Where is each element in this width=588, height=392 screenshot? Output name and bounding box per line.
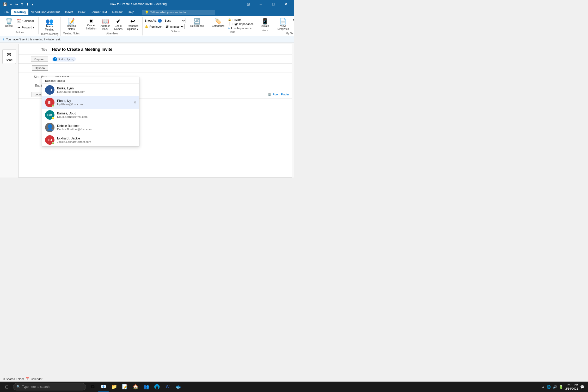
forward-button[interactable]: → Forward ▾ <box>15 24 36 30</box>
reminder-select[interactable]: 15 minutes 5 minutes 30 minutes 1 hour <box>164 24 185 29</box>
ribbon-group-actions: 🗑️ Delete 📅 Calendar → Forward ▾ Actions <box>1 17 39 34</box>
text-cursor <box>52 66 52 70</box>
optional-row: Optional <box>19 64 292 72</box>
title-label: Title <box>19 48 50 51</box>
ebner-avatar: EI <box>45 98 54 107</box>
restore-down-icon[interactable]: ⊡ <box>242 0 254 8</box>
calendar-button[interactable]: 📅 Calendar <box>15 18 36 24</box>
up-icon[interactable]: ⬆ <box>20 2 24 7</box>
minimize-icon[interactable]: ─ <box>255 0 267 8</box>
ebner-close-icon[interactable]: ✕ <box>133 100 137 105</box>
required-button[interactable]: Required <box>31 57 48 62</box>
window-controls[interactable]: ⊡ ─ □ ✕ <box>242 0 292 8</box>
meeting-notes-button[interactable]: 📝 MeetingNotes <box>65 18 78 32</box>
low-importance-icon: ⬇ <box>228 26 230 30</box>
menu-draw[interactable]: Draw <box>75 9 88 15</box>
burke-name: Burke, Lynn; <box>58 58 74 61</box>
menu-help[interactable]: Help <box>125 9 137 15</box>
high-importance-button[interactable]: ❕ High Importance <box>227 22 255 26</box>
person-item-ebner[interactable]: EI Ebner, Ivy Ivy.Ebner@fnst.com ✕ <box>42 96 139 109</box>
search-hint[interactable]: Tell me what you want to do <box>150 11 186 14</box>
save-icon[interactable]: 💾 <box>2 2 8 7</box>
person-item-barnes[interactable]: BD Barnes, Doug Doug.Barnes@fnst.com <box>42 109 139 121</box>
busy-color-icon: 🔵 <box>158 19 162 23</box>
buettner-email: Debbie.Buettner@fnst.com <box>57 128 136 131</box>
down-icon[interactable]: ⬇ <box>25 2 30 7</box>
delete-button[interactable]: 🗑️ Delete <box>3 18 15 28</box>
room-finder-icon: 🏢 <box>268 93 271 96</box>
reminder-icon: 🔔 <box>145 25 148 28</box>
teams-meeting-button[interactable]: 👥 TeamsMeeting <box>43 18 56 32</box>
barnes-email: Doug.Barnes@fnst.com <box>57 115 136 118</box>
dictate-button[interactable]: 📱 Dictate <box>259 18 271 28</box>
more-qat-icon[interactable]: ▾ <box>31 2 34 7</box>
tags-label: Tags <box>230 30 235 34</box>
categorize-button[interactable]: 🏷️ Categorize <box>210 18 226 28</box>
burke-avatar-large: LB <box>45 85 54 95</box>
required-value: LB Burke, Lynn; <box>50 56 292 63</box>
high-importance-label: High Importance <box>232 22 254 26</box>
info-message: You haven't sent this meeting invitation… <box>6 38 61 41</box>
barnes-avatar: BD <box>45 110 54 120</box>
person-item-eckhardt[interactable]: EJ Eckhardt, Jackie Jackie.Eckhardt@fnst… <box>42 134 139 146</box>
view-templates-button[interactable]: 📄 ViewTemplates <box>275 18 291 32</box>
menu-scheduling[interactable]: Scheduling Assistant <box>28 9 63 15</box>
my-templates-button[interactable]: My Templates <box>291 18 294 23</box>
title-bar: 💾 ↩ ↪ ⬆ ⬇ ▾ How to Create a Meeting Invi… <box>0 0 294 8</box>
check-names-button[interactable]: ✔ CheckNames <box>112 18 124 32</box>
categorize-icon: 🏷️ <box>215 19 222 24</box>
ribbon: 🗑️ Delete 📅 Calendar → Forward ▾ Actions <box>0 16 294 36</box>
voice-label: Voice <box>262 29 268 32</box>
barnes-status-dot <box>52 117 54 119</box>
optional-button[interactable]: Optional <box>32 65 48 71</box>
send-button[interactable]: ✉ Send <box>2 49 16 64</box>
view-templates-icon: 📄 <box>279 19 286 24</box>
close-icon[interactable]: ✕ <box>280 0 292 8</box>
undo-icon[interactable]: ↩ <box>9 2 13 7</box>
recurrence-icon: 🔄 <box>193 19 200 24</box>
ebner-display-name: Ebner, Ivy <box>57 99 136 103</box>
quick-access-toolbar[interactable]: 💾 ↩ ↪ ⬆ ⬇ ▾ <box>2 2 34 7</box>
people-dropdown: Recent People LB Burke, Lynn Lynn.Burke@… <box>42 77 139 146</box>
teams-icon: 👥 <box>46 19 53 25</box>
reminder-row: 🔔 Reminder: 15 minutes 5 minutes 30 minu… <box>145 24 186 29</box>
address-book-button[interactable]: 📖 AddressBook <box>99 18 112 32</box>
person-item-burke[interactable]: LB Burke, Lynn Lynn.Burke@fnst.com <box>42 84 139 96</box>
redo-icon[interactable]: ↪ <box>14 2 19 7</box>
menu-format-text[interactable]: Format Text <box>88 9 109 15</box>
buettner-info: Debbie Buettner Debbie.Buettner@fnst.com <box>57 124 136 131</box>
ribbon-group-voice: 📱 Dictate Voice <box>257 17 273 32</box>
dictate-icon: 📱 <box>261 19 268 24</box>
recurrence-button[interactable]: 🔄 Recurrence <box>188 18 206 28</box>
barnes-display-name: Barnes, Doug <box>57 112 136 115</box>
low-importance-button[interactable]: ⬇ Low Importance <box>227 26 255 30</box>
lock-icon: 🔒 <box>228 18 231 21</box>
send-label: Send <box>6 58 13 62</box>
attendee-chip-burke[interactable]: LB Burke, Lynn; <box>52 57 76 62</box>
response-options-button[interactable]: ↩ ResponseOptions ▾ <box>125 18 140 32</box>
menu-meeting[interactable]: Meeting <box>11 9 28 15</box>
eckhardt-display-name: Eckhardt, Jackie <box>57 137 136 140</box>
show-as-select[interactable]: Busy Free Tentative Out of Office <box>163 18 186 23</box>
cancel-invitation-button[interactable]: ✖ CancelInvitation <box>84 18 98 31</box>
menu-file[interactable]: File <box>1 9 11 15</box>
burke-display-name: Burke, Lynn <box>57 87 136 90</box>
title-input[interactable] <box>50 46 292 53</box>
menu-review[interactable]: Review <box>110 9 125 15</box>
burke-info: Burke, Lynn Lynn.Burke@fnst.com <box>57 87 136 93</box>
menu-insert[interactable]: Insert <box>62 9 75 15</box>
optional-input[interactable] <box>53 65 290 71</box>
buettner-status-dot <box>52 130 54 132</box>
options-label: Options <box>171 30 180 33</box>
eckhardt-avatar: EJ <box>45 135 54 145</box>
private-button[interactable]: 🔒 Private <box>227 18 255 22</box>
room-finder-link[interactable]: 🏢 Room Finder <box>265 93 292 96</box>
eckhardt-info: Eckhardt, Jackie Jackie.Eckhardt@fnst.co… <box>57 137 136 143</box>
maximize-icon[interactable]: □ <box>267 0 279 8</box>
ribbon-group-meeting-notes: 📝 MeetingNotes Meeting Notes <box>61 17 82 35</box>
title-row: Title <box>19 44 292 55</box>
person-item-buettner[interactable]: 👤 Debbie Buettner Debbie.Buettner@fnst.c… <box>42 121 139 134</box>
send-icon: ✉ <box>7 52 11 58</box>
menu-bar: File Meeting Scheduling Assistant Insert… <box>0 8 294 16</box>
burke-avatar: LB <box>53 57 57 61</box>
